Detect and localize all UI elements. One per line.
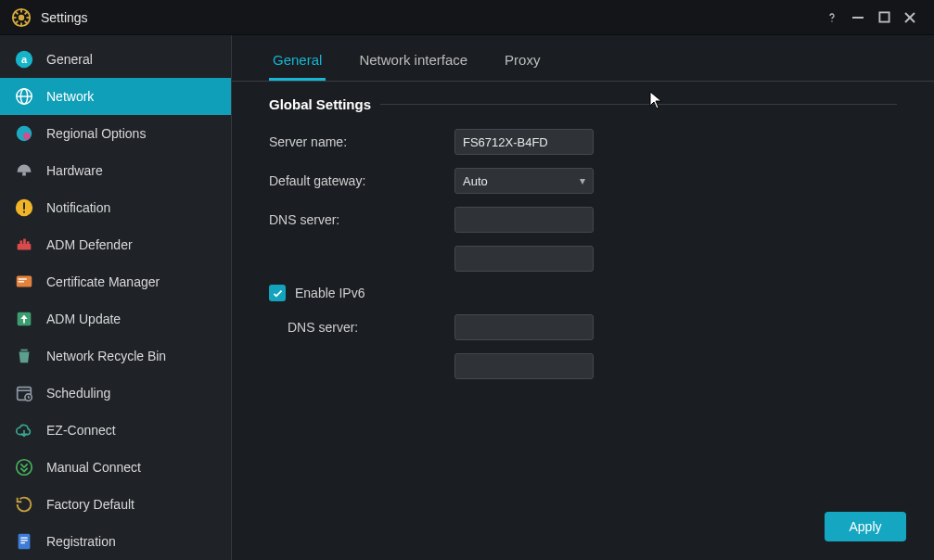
sidebar-item-regional-options[interactable]: Regional Options — [0, 115, 231, 152]
sidebar-item-network-recycle-bin[interactable]: Network Recycle Bin — [0, 337, 231, 375]
section-header: Global Settings — [269, 96, 897, 112]
sidebar-item-network[interactable]: Network — [0, 78, 231, 115]
window-title: Settings — [41, 10, 88, 25]
tab-label: General — [273, 52, 322, 68]
sidebar-item-label: ADM Update — [46, 312, 121, 326]
svg-rect-41 — [20, 540, 27, 541]
dns-server-label: DNS server: — [269, 212, 454, 227]
svg-point-1 — [19, 14, 24, 19]
svg-rect-42 — [20, 542, 25, 543]
sidebar-item-label: ADM Defender — [46, 237, 133, 252]
minimize-button[interactable] — [845, 5, 871, 31]
svg-rect-22 — [22, 172, 26, 176]
sidebar-item-label: Network Recycle Bin — [46, 349, 166, 363]
sidebar-item-registration[interactable]: Registration — [0, 523, 231, 560]
sidebar-item-label: Network — [46, 89, 94, 104]
notification-icon — [13, 197, 35, 219]
dns-server-2-input[interactable] — [454, 246, 594, 272]
svg-rect-40 — [20, 537, 27, 538]
sidebar-item-manual-connect[interactable]: Manual Connect — [0, 449, 231, 486]
sidebar-item-certificate-manager[interactable]: Certificate Manager — [0, 263, 231, 300]
svg-rect-34 — [20, 350, 27, 351]
ipv6-dns-2-input[interactable] — [454, 353, 594, 379]
reset-icon — [13, 493, 35, 515]
apply-button[interactable]: Apply — [825, 512, 906, 541]
sidebar-item-notification[interactable]: Notification — [0, 189, 231, 226]
chevron-down-icon: ▾ — [580, 174, 585, 187]
sidebar-item-ez-connect[interactable]: EZ-Connect — [0, 412, 231, 449]
titlebar: Settings — [0, 0, 934, 35]
sidebar-item-label: Registration — [46, 534, 116, 549]
sidebar-item-hardware[interactable]: Hardware — [0, 152, 231, 189]
manual-connect-icon — [13, 456, 35, 478]
settings-app-icon — [11, 7, 32, 28]
svg-line-6 — [16, 11, 19, 14]
sidebar-item-adm-defender[interactable]: ADM Defender — [0, 226, 231, 263]
sidebar-item-label: Regional Options — [46, 126, 146, 141]
globe-icon — [13, 85, 35, 108]
svg-rect-25 — [23, 211, 25, 213]
svg-rect-27 — [19, 240, 22, 244]
sidebar-item-label: EZ-Connect — [46, 423, 116, 438]
svg-line-7 — [25, 20, 28, 23]
content-area: Global Settings Server name: Default gat… — [232, 82, 934, 407]
cloud-icon — [13, 419, 35, 441]
general-icon: a — [13, 48, 35, 70]
server-name-label: Server name: — [269, 134, 454, 149]
svg-rect-39 — [19, 534, 31, 550]
tab-proxy[interactable]: Proxy — [501, 41, 544, 81]
sidebar-item-factory-default[interactable]: Factory Default — [0, 486, 231, 523]
svg-line-8 — [16, 20, 19, 23]
svg-rect-32 — [19, 281, 24, 282]
svg-rect-28 — [23, 239, 26, 245]
tab-network-interface[interactable]: Network interface — [355, 41, 471, 81]
ipv6-dns-label: DNS server: — [269, 320, 454, 335]
sidebar-item-label: Manual Connect — [46, 460, 141, 475]
ipv6-dns-1-input[interactable] — [454, 314, 594, 340]
enable-ipv6-label: Enable IPv6 — [295, 286, 365, 300]
sidebar-item-label: Notification — [46, 200, 110, 215]
registration-icon — [13, 530, 35, 553]
svg-rect-31 — [19, 278, 27, 279]
dns-server-1-input[interactable] — [454, 207, 594, 233]
calendar-icon — [13, 382, 35, 404]
regional-icon — [13, 122, 35, 145]
sidebar-item-general[interactable]: a General — [0, 41, 231, 78]
default-gateway-select[interactable]: Auto ▾ — [454, 168, 594, 194]
svg-point-21 — [23, 133, 30, 139]
sidebar-item-adm-update[interactable]: ADM Update — [0, 300, 231, 337]
main-panel: General Network interface Proxy Global S… — [232, 35, 934, 560]
certificate-icon — [13, 271, 35, 293]
recycle-bin-icon — [13, 345, 35, 367]
enable-ipv6-checkbox[interactable] — [269, 285, 286, 301]
svg-text:a: a — [21, 54, 28, 65]
svg-point-10 — [831, 20, 832, 21]
tabs: General Network interface Proxy — [232, 41, 934, 82]
update-icon — [13, 308, 35, 330]
apply-label: Apply — [849, 519, 881, 534]
tab-label: Proxy — [505, 52, 540, 68]
svg-rect-12 — [879, 12, 889, 21]
tab-general[interactable]: General — [269, 41, 326, 81]
maximize-button[interactable] — [871, 5, 897, 31]
sidebar: a General Network Regional Options Hardw… — [0, 35, 232, 560]
tab-label: Network interface — [359, 52, 467, 68]
help-button[interactable] — [819, 5, 845, 31]
sidebar-item-label: Scheduling — [46, 386, 110, 401]
sidebar-item-label: Hardware — [46, 163, 103, 178]
select-value: Auto — [463, 174, 488, 188]
server-name-input[interactable] — [454, 129, 594, 155]
sidebar-item-label: General — [46, 52, 93, 67]
svg-rect-24 — [23, 203, 25, 210]
section-title: Global Settings — [269, 96, 371, 112]
hardware-icon — [13, 159, 35, 182]
svg-rect-26 — [18, 244, 32, 249]
default-gateway-label: Default gateway: — [269, 173, 454, 188]
sidebar-item-label: Certificate Manager — [46, 274, 160, 289]
defender-icon — [13, 234, 35, 256]
sidebar-item-scheduling[interactable]: Scheduling — [0, 375, 231, 412]
svg-rect-29 — [27, 241, 30, 244]
close-button[interactable] — [897, 5, 923, 31]
sidebar-item-label: Factory Default — [46, 497, 134, 512]
svg-line-9 — [25, 11, 28, 14]
